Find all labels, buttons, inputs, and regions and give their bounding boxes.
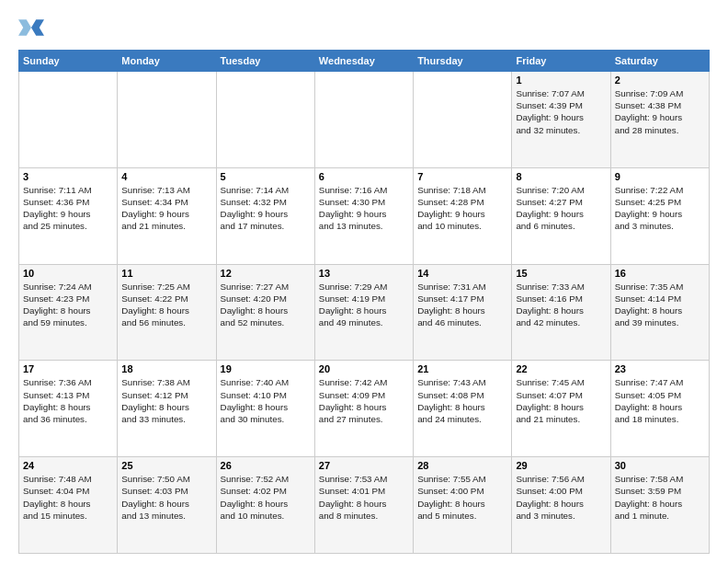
- day-info: Sunrise: 7:42 AM Sunset: 4:09 PM Dayligh…: [319, 376, 409, 425]
- calendar-cell: 14Sunrise: 7:31 AM Sunset: 4:17 PM Dayli…: [414, 264, 512, 361]
- day-number: 26: [221, 460, 311, 471]
- day-number: 19: [221, 363, 311, 374]
- day-info: Sunrise: 7:09 AM Sunset: 4:38 PM Dayligh…: [615, 87, 705, 136]
- calendar-cell: [314, 72, 413, 168]
- calendar-cell: 26Sunrise: 7:52 AM Sunset: 4:02 PM Dayli…: [216, 457, 314, 554]
- calendar-cell: 29Sunrise: 7:56 AM Sunset: 4:00 PM Dayli…: [512, 457, 610, 554]
- day-number: 16: [615, 268, 705, 279]
- day-number: 12: [221, 268, 311, 279]
- day-number: 11: [121, 268, 211, 279]
- calendar-cell: 13Sunrise: 7:29 AM Sunset: 4:19 PM Dayli…: [314, 264, 413, 361]
- day-number: 21: [417, 363, 507, 374]
- calendar-table: SundayMondayTuesdayWednesdayThursdayFrid…: [18, 50, 710, 554]
- calendar-cell: 23Sunrise: 7:47 AM Sunset: 4:05 PM Dayli…: [610, 361, 709, 457]
- calendar-cell: 6Sunrise: 7:16 AM Sunset: 4:30 PM Daylig…: [314, 167, 413, 264]
- day-info: Sunrise: 7:53 AM Sunset: 4:01 PM Dayligh…: [319, 473, 409, 522]
- calendar-cell: 1Sunrise: 7:07 AM Sunset: 4:39 PM Daylig…: [512, 72, 610, 168]
- calendar-cell: [118, 72, 216, 168]
- calendar-cell: 10Sunrise: 7:24 AM Sunset: 4:23 PM Dayli…: [19, 264, 118, 361]
- day-number: 9: [615, 171, 705, 182]
- day-info: Sunrise: 7:27 AM Sunset: 4:20 PM Dayligh…: [221, 281, 311, 329]
- day-info: Sunrise: 7:11 AM Sunset: 4:36 PM Dayligh…: [23, 184, 113, 233]
- calendar-cell: 2Sunrise: 7:09 AM Sunset: 4:38 PM Daylig…: [610, 72, 709, 168]
- day-info: Sunrise: 7:36 AM Sunset: 4:13 PM Dayligh…: [23, 376, 113, 425]
- day-number: 14: [417, 268, 507, 279]
- day-number: 20: [319, 363, 409, 374]
- day-info: Sunrise: 7:33 AM Sunset: 4:16 PM Dayligh…: [516, 281, 606, 329]
- week-row-4: 24Sunrise: 7:48 AM Sunset: 4:04 PM Dayli…: [19, 457, 710, 554]
- svg-marker-1: [18, 19, 31, 36]
- calendar-cell: 17Sunrise: 7:36 AM Sunset: 4:13 PM Dayli…: [19, 361, 118, 457]
- day-number: 17: [23, 363, 113, 374]
- day-info: Sunrise: 7:07 AM Sunset: 4:39 PM Dayligh…: [516, 87, 606, 136]
- calendar-cell: 27Sunrise: 7:53 AM Sunset: 4:01 PM Dayli…: [314, 457, 413, 554]
- day-number: 29: [516, 460, 606, 471]
- col-header-friday: Friday: [512, 51, 610, 72]
- day-info: Sunrise: 7:43 AM Sunset: 4:08 PM Dayligh…: [417, 376, 507, 425]
- day-number: 13: [319, 268, 409, 279]
- day-info: Sunrise: 7:13 AM Sunset: 4:34 PM Dayligh…: [121, 184, 211, 233]
- col-header-sunday: Sunday: [19, 51, 118, 72]
- calendar-cell: 22Sunrise: 7:45 AM Sunset: 4:07 PM Dayli…: [512, 361, 610, 457]
- day-number: 5: [221, 171, 311, 182]
- day-number: 23: [615, 363, 705, 374]
- day-number: 2: [615, 75, 705, 86]
- day-number: 7: [417, 171, 507, 182]
- day-number: 30: [615, 460, 705, 471]
- calendar-cell: 21Sunrise: 7:43 AM Sunset: 4:08 PM Dayli…: [414, 361, 512, 457]
- day-info: Sunrise: 7:16 AM Sunset: 4:30 PM Dayligh…: [319, 184, 409, 233]
- day-number: 3: [23, 171, 113, 182]
- calendar-cell: 20Sunrise: 7:42 AM Sunset: 4:09 PM Dayli…: [314, 361, 413, 457]
- day-info: Sunrise: 7:18 AM Sunset: 4:28 PM Dayligh…: [417, 184, 507, 233]
- logo-icon: [18, 15, 44, 40]
- day-info: Sunrise: 7:48 AM Sunset: 4:04 PM Dayligh…: [23, 473, 113, 522]
- week-row-1: 3Sunrise: 7:11 AM Sunset: 4:36 PM Daylig…: [19, 167, 710, 264]
- day-info: Sunrise: 7:29 AM Sunset: 4:19 PM Dayligh…: [319, 281, 409, 329]
- calendar-cell: 28Sunrise: 7:55 AM Sunset: 4:00 PM Dayli…: [414, 457, 512, 554]
- calendar-cell: 12Sunrise: 7:27 AM Sunset: 4:20 PM Dayli…: [216, 264, 314, 361]
- col-header-tuesday: Tuesday: [216, 51, 314, 72]
- day-number: 28: [417, 460, 507, 471]
- page: SundayMondayTuesdayWednesdayThursdayFrid…: [0, 0, 728, 563]
- calendar-cell: 18Sunrise: 7:38 AM Sunset: 4:12 PM Dayli…: [118, 361, 216, 457]
- day-info: Sunrise: 7:45 AM Sunset: 4:07 PM Dayligh…: [516, 376, 606, 425]
- calendar-cell: [216, 72, 314, 168]
- col-header-wednesday: Wednesday: [314, 51, 413, 72]
- col-header-monday: Monday: [118, 51, 216, 72]
- day-info: Sunrise: 7:58 AM Sunset: 3:59 PM Dayligh…: [615, 473, 705, 522]
- calendar-cell: 24Sunrise: 7:48 AM Sunset: 4:04 PM Dayli…: [19, 457, 118, 554]
- day-info: Sunrise: 7:40 AM Sunset: 4:10 PM Dayligh…: [221, 376, 311, 425]
- day-info: Sunrise: 7:14 AM Sunset: 4:32 PM Dayligh…: [221, 184, 311, 233]
- week-row-2: 10Sunrise: 7:24 AM Sunset: 4:23 PM Dayli…: [19, 264, 710, 361]
- col-header-saturday: Saturday: [610, 51, 709, 72]
- day-info: Sunrise: 7:35 AM Sunset: 4:14 PM Dayligh…: [615, 281, 705, 329]
- day-info: Sunrise: 7:55 AM Sunset: 4:00 PM Dayligh…: [417, 473, 507, 522]
- header: [18, 15, 710, 40]
- col-header-thursday: Thursday: [414, 51, 512, 72]
- calendar-cell: [414, 72, 512, 168]
- calendar-cell: 11Sunrise: 7:25 AM Sunset: 4:22 PM Dayli…: [118, 264, 216, 361]
- svg-marker-0: [31, 19, 44, 36]
- logo: [18, 15, 48, 40]
- day-number: 24: [23, 460, 113, 471]
- day-info: Sunrise: 7:24 AM Sunset: 4:23 PM Dayligh…: [23, 281, 113, 329]
- day-number: 15: [516, 268, 606, 279]
- calendar-cell: 19Sunrise: 7:40 AM Sunset: 4:10 PM Dayli…: [216, 361, 314, 457]
- week-row-0: 1Sunrise: 7:07 AM Sunset: 4:39 PM Daylig…: [19, 72, 710, 168]
- day-info: Sunrise: 7:47 AM Sunset: 4:05 PM Dayligh…: [615, 376, 705, 425]
- calendar-cell: 5Sunrise: 7:14 AM Sunset: 4:32 PM Daylig…: [216, 167, 314, 264]
- day-info: Sunrise: 7:38 AM Sunset: 4:12 PM Dayligh…: [121, 376, 211, 425]
- calendar-cell: 9Sunrise: 7:22 AM Sunset: 4:25 PM Daylig…: [610, 167, 709, 264]
- calendar-cell: [19, 72, 118, 168]
- day-number: 22: [516, 363, 606, 374]
- day-number: 1: [516, 75, 606, 86]
- calendar-cell: 8Sunrise: 7:20 AM Sunset: 4:27 PM Daylig…: [512, 167, 610, 264]
- day-number: 27: [319, 460, 409, 471]
- day-number: 4: [121, 171, 211, 182]
- day-number: 25: [121, 460, 211, 471]
- week-row-3: 17Sunrise: 7:36 AM Sunset: 4:13 PM Dayli…: [19, 361, 710, 457]
- day-info: Sunrise: 7:25 AM Sunset: 4:22 PM Dayligh…: [121, 281, 211, 329]
- calendar-cell: 7Sunrise: 7:18 AM Sunset: 4:28 PM Daylig…: [414, 167, 512, 264]
- day-number: 10: [23, 268, 113, 279]
- calendar-cell: 3Sunrise: 7:11 AM Sunset: 4:36 PM Daylig…: [19, 167, 118, 264]
